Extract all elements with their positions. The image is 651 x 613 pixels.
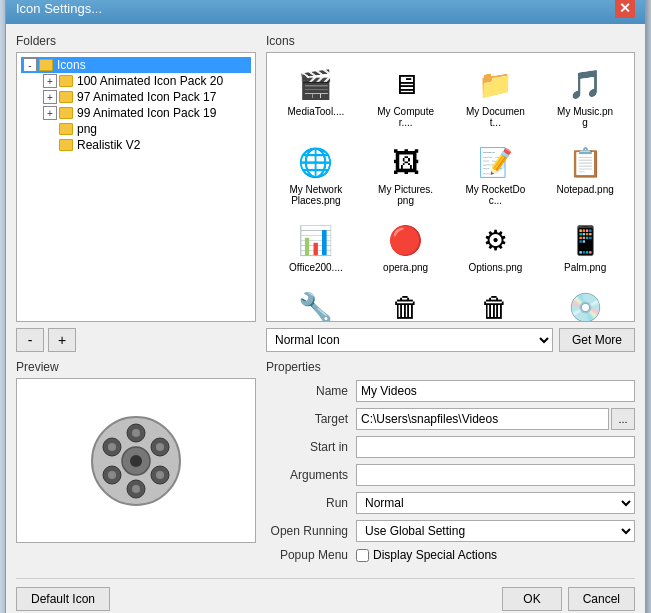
folder-icon-pack100: [59, 75, 73, 87]
folders-tree[interactable]: - Icons + 100 Animated Icon Pack 20 +: [16, 52, 256, 322]
popupmenu-checkbox-label[interactable]: Display Special Actions: [356, 548, 497, 562]
list-item[interactable]: 📁 My Document...: [453, 59, 539, 133]
popupmenu-checkbox[interactable]: [356, 549, 369, 562]
arguments-input[interactable]: [356, 464, 635, 486]
list-item[interactable]: 🔴 opera.png: [363, 215, 449, 278]
icons-panel: Icons 🎬 MediaTool.... 🖥 My Computer.... …: [266, 34, 635, 352]
preview-panel: Preview: [16, 360, 256, 568]
tree-label-png: png: [77, 122, 97, 136]
list-item[interactable]: 🎬 MediaTool....: [273, 59, 359, 133]
preview-label: Preview: [16, 360, 256, 374]
run-select[interactable]: Normal Minimized Maximized: [356, 492, 635, 514]
remove-folder-button[interactable]: -: [16, 328, 44, 352]
default-icon-button[interactable]: Default Icon: [16, 587, 110, 611]
icon-label-mydocument: My Document...: [465, 106, 525, 128]
tree-children: + 100 Animated Icon Pack 20 + 97 Animate…: [21, 73, 251, 153]
list-item[interactable]: 🔧: [273, 282, 359, 322]
dialog-body: Folders - Icons + 100 Animated Icon Pack…: [6, 24, 645, 613]
tree-item-pack97[interactable]: + 97 Animated Icon Pack 17: [41, 89, 251, 105]
ok-button[interactable]: OK: [502, 587, 561, 611]
list-item[interactable]: 📋 Notepad.png: [542, 137, 628, 211]
tree-label-pack100: 100 Animated Icon Pack 20: [77, 74, 223, 88]
svg-point-14: [108, 443, 116, 451]
openrunning-select[interactable]: Use Global Setting Yes No: [356, 520, 635, 542]
properties-label: Properties: [266, 360, 635, 374]
startin-label: Start in: [266, 440, 356, 454]
title-bar: Icon Settings... ✕: [6, 0, 645, 24]
name-input[interactable]: [356, 380, 635, 402]
target-input[interactable]: [356, 408, 609, 430]
tree-item-realistik[interactable]: Realistik V2: [41, 137, 251, 153]
name-label: Name: [266, 384, 356, 398]
list-item[interactable]: 🌐 My Network Places.png: [273, 137, 359, 211]
icons-grid: 🎬 MediaTool.... 🖥 My Computer.... 📁 My D…: [273, 59, 628, 322]
list-item[interactable]: 🖼 My Pictures.png: [363, 137, 449, 211]
icon-img-myrocket: 📝: [475, 142, 515, 182]
icon-label-myrocket: My RocketDoc...: [465, 184, 525, 206]
openrunning-row: Open Running Use Global Setting Yes No: [266, 520, 635, 542]
preview-box: [16, 378, 256, 543]
icon-label-mypictures: My Pictures.png: [376, 184, 436, 206]
dialog-title: Icon Settings...: [16, 1, 102, 16]
list-item[interactable]: 🗑: [363, 282, 449, 322]
name-row: Name: [266, 380, 635, 402]
target-row: Target ...: [266, 408, 635, 430]
list-item[interactable]: 💿: [542, 282, 628, 322]
cancel-button[interactable]: Cancel: [568, 587, 635, 611]
icon-img-mymusic: 🎵: [565, 64, 605, 104]
footer-right: OK Cancel: [502, 587, 635, 611]
icon-img-mynetwork: 🌐: [296, 142, 336, 182]
expander-pack100[interactable]: +: [43, 74, 57, 88]
icon-label-options: Options.png: [468, 262, 522, 273]
tree-label-pack97: 97 Animated Icon Pack 17: [77, 90, 216, 104]
icons-grid-container[interactable]: 🎬 MediaTool.... 🖥 My Computer.... 📁 My D…: [266, 52, 635, 322]
icon-img-palm: 📱: [565, 220, 605, 260]
icon-settings-dialog: Icon Settings... ✕ Folders - Icons: [5, 0, 646, 613]
icon-img-office: 📊: [296, 220, 336, 260]
folder-icon-png: [59, 123, 73, 135]
tree-label-icons: Icons: [57, 58, 86, 72]
run-row: Run Normal Minimized Maximized: [266, 492, 635, 514]
browse-button[interactable]: ...: [611, 408, 635, 430]
expander-pack99[interactable]: +: [43, 106, 57, 120]
tree-item-pack100[interactable]: + 100 Animated Icon Pack 20: [41, 73, 251, 89]
dialog-footer: Default Icon OK Cancel: [16, 578, 635, 611]
icon-type-row: Normal Icon Large Icon Small Icon Get Mo…: [266, 328, 635, 352]
list-item[interactable]: 📱 Palm.png: [542, 215, 628, 278]
add-folder-button[interactable]: +: [48, 328, 76, 352]
icon-label-mymusic: My Music.png: [555, 106, 615, 128]
icon-img-mydocument: 📁: [475, 64, 515, 104]
bottom-section: Preview: [16, 360, 635, 568]
tree-item-icons[interactable]: - Icons: [21, 57, 251, 73]
expander-icons[interactable]: -: [23, 58, 37, 72]
icon-img-misc4: 💿: [565, 287, 605, 322]
arguments-label: Arguments: [266, 468, 356, 482]
expander-pack97[interactable]: +: [43, 90, 57, 104]
list-item[interactable]: 🖥 My Computer....: [363, 59, 449, 133]
list-item[interactable]: 🗑: [453, 282, 539, 322]
list-item[interactable]: 🎵 My Music.png: [542, 59, 628, 133]
list-item[interactable]: 📊 Office200....: [273, 215, 359, 278]
tree-label-pack99: 99 Animated Icon Pack 19: [77, 106, 216, 120]
tree-item-pack99[interactable]: + 99 Animated Icon Pack 19: [41, 105, 251, 121]
close-button[interactable]: ✕: [615, 0, 635, 18]
icons-label: Icons: [266, 34, 635, 48]
icon-type-select[interactable]: Normal Icon Large Icon Small Icon: [266, 328, 553, 352]
startin-input[interactable]: [356, 436, 635, 458]
icon-label-mycomputer: My Computer....: [376, 106, 436, 128]
tree-label-realistik: Realistik V2: [77, 138, 140, 152]
popupmenu-checkbox-text: Display Special Actions: [373, 548, 497, 562]
get-more-button[interactable]: Get More: [559, 328, 635, 352]
icon-img-mediatool: 🎬: [296, 64, 336, 104]
tree-item-png[interactable]: png: [41, 121, 251, 137]
list-item[interactable]: 📝 My RocketDoc...: [453, 137, 539, 211]
icon-label-mediatool: MediaTool....: [288, 106, 345, 117]
icon-img-misc3: 🗑: [475, 287, 515, 322]
list-item[interactable]: ⚙ Options.png: [453, 215, 539, 278]
icon-img-misc2: 🗑: [386, 287, 426, 322]
icon-label-opera: opera.png: [383, 262, 428, 273]
folders-label: Folders: [16, 34, 256, 48]
popupmenu-row: Popup Menu Display Special Actions: [266, 548, 635, 562]
svg-point-11: [156, 471, 164, 479]
openrunning-label: Open Running: [266, 524, 356, 538]
